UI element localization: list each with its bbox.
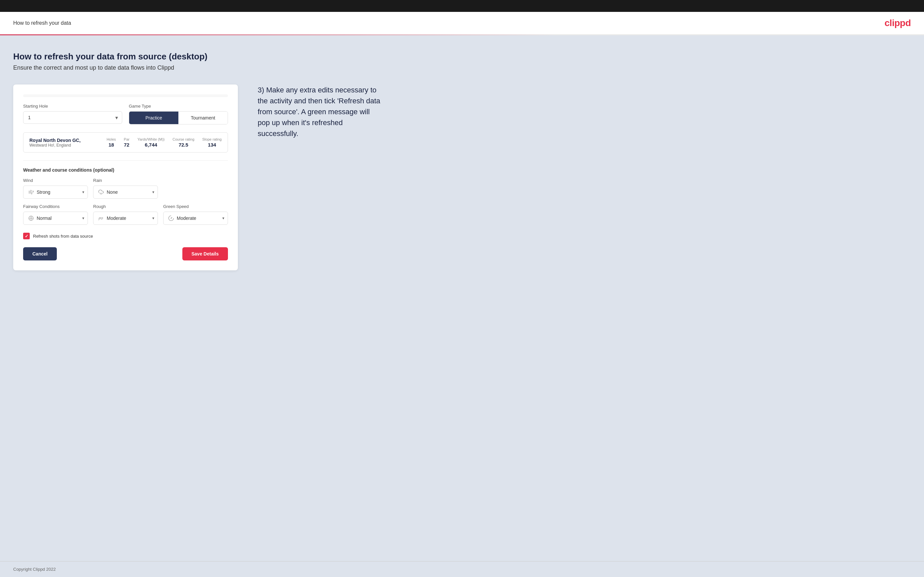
wind-col: Wind Strong ▾: [23, 178, 88, 199]
starting-hole-value: 1: [28, 115, 31, 120]
save-button[interactable]: Save Details: [183, 247, 228, 260]
rain-select[interactable]: None ▾: [93, 185, 158, 199]
game-type-toggle: Practice Tournament: [129, 111, 228, 124]
button-row: Cancel Save Details: [23, 247, 228, 260]
fairway-col: Fairway Conditions Normal ▾: [23, 204, 88, 225]
fairway-chevron-icon: ▾: [82, 216, 84, 221]
game-type-label: Game Type: [129, 104, 228, 109]
yards-value: 6,744: [137, 142, 165, 148]
conditions-section: Weather and course conditions (optional)…: [23, 168, 228, 225]
wind-icon: [28, 189, 34, 195]
starting-hole-col: Starting Hole 1 ▾: [23, 104, 122, 124]
course-rating-stat: Course rating 72.5: [173, 137, 194, 148]
course-location: Westward Ho!, England: [29, 143, 97, 148]
yards-stat: Yards/White (M)) 6,744: [137, 137, 165, 148]
main-content: How to refresh your data from source (de…: [0, 35, 924, 561]
course-rating-value: 72.5: [173, 142, 194, 148]
cancel-button[interactable]: Cancel: [23, 247, 57, 260]
rough-select[interactable]: Moderate ▾: [93, 211, 158, 225]
main-card: Starting Hole 1 ▾ Game Type Practice Tou…: [13, 84, 238, 270]
wind-select[interactable]: Strong ▾: [23, 185, 88, 199]
top-bar: [0, 0, 924, 12]
logo: clippd: [885, 18, 911, 28]
rough-col: Rough Moderate ▾: [93, 204, 158, 225]
top-hint: [23, 94, 228, 97]
wind-value: Strong: [37, 190, 50, 195]
side-text-content: 3) Make any extra edits necessary to the…: [258, 84, 383, 139]
rough-label: Rough: [93, 204, 158, 209]
page-subheading: Ensure the correct and most up to date d…: [13, 64, 911, 71]
wind-label: Wind: [23, 178, 88, 183]
green-speed-select[interactable]: Moderate ▾: [163, 211, 228, 225]
rain-value: None: [107, 190, 118, 195]
slope-rating-stat: Slope rating 134: [202, 137, 222, 148]
side-text-panel: 3) Make any extra edits necessary to the…: [258, 84, 383, 139]
conditions-title: Weather and course conditions (optional): [23, 168, 228, 172]
course-section: Royal North Devon GC, Westward Ho!, Engl…: [23, 132, 228, 153]
wind-rain-row: Wind Strong ▾ Rain: [23, 178, 228, 199]
green-speed-chevron-icon: ▾: [222, 216, 224, 221]
page-heading: How to refresh your data from source (de…: [13, 52, 911, 62]
header-title: How to refresh your data: [13, 20, 71, 26]
tournament-button[interactable]: Tournament: [178, 111, 228, 124]
par-stat: Par 72: [124, 137, 129, 148]
slope-rating-label: Slope rating: [202, 137, 222, 141]
practice-button[interactable]: Practice: [129, 111, 178, 124]
starting-hole-chevron-icon: ▾: [115, 114, 118, 121]
footer: Copyright Clippd 2022: [0, 561, 924, 577]
rough-icon: [98, 215, 104, 221]
green-speed-value: Moderate: [177, 216, 196, 221]
content-area: Starting Hole 1 ▾ Game Type Practice Tou…: [13, 84, 911, 270]
fairway-icon: [28, 215, 34, 221]
green-speed-icon: [168, 215, 174, 221]
slope-rating-value: 134: [202, 142, 222, 148]
green-speed-label: Green Speed: [163, 204, 228, 209]
holes-label: Holes: [107, 137, 116, 141]
rain-chevron-icon: ▾: [152, 190, 154, 194]
course-info: Royal North Devon GC, Westward Ho!, Engl…: [29, 138, 97, 148]
holes-stat: Holes 18: [107, 137, 116, 148]
empty-col: [163, 178, 228, 199]
starting-hole-select[interactable]: 1 ▾: [23, 111, 122, 124]
refresh-label: Refresh shots from data source: [33, 234, 93, 239]
rough-value: Moderate: [107, 216, 126, 221]
yards-label: Yards/White (M)): [137, 137, 165, 141]
top-row: Starting Hole 1 ▾ Game Type Practice Tou…: [23, 104, 228, 124]
game-type-col: Game Type Practice Tournament: [129, 104, 228, 124]
course-name: Royal North Devon GC,: [29, 138, 97, 143]
rain-icon: [98, 189, 104, 195]
fairway-label: Fairway Conditions: [23, 204, 88, 209]
fairway-select[interactable]: Normal ▾: [23, 211, 88, 225]
par-value: 72: [124, 142, 129, 148]
copyright-text: Copyright Clippd 2022: [13, 567, 56, 572]
divider: [23, 160, 228, 161]
starting-hole-label: Starting Hole: [23, 104, 122, 109]
rain-col: Rain None ▾: [93, 178, 158, 199]
course-stats: Holes 18 Par 72 Yards/White (M)) 6,744: [107, 137, 222, 148]
rain-label: Rain: [93, 178, 158, 183]
wind-chevron-icon: ▾: [82, 190, 84, 194]
green-speed-col: Green Speed Moderate ▾: [163, 204, 228, 225]
refresh-checkbox-row: Refresh shots from data source: [23, 233, 228, 239]
conditions-row-2: Fairway Conditions Normal ▾ Rough: [23, 204, 228, 225]
refresh-checkbox[interactable]: [23, 233, 30, 239]
fairway-value: Normal: [37, 216, 52, 221]
top-fields-section: Starting Hole 1 ▾ Game Type Practice Tou…: [23, 104, 228, 124]
svg-point-1: [171, 218, 171, 219]
rough-chevron-icon: ▾: [152, 216, 154, 221]
par-label: Par: [124, 137, 129, 141]
holes-value: 18: [107, 142, 116, 148]
course-rating-label: Course rating: [173, 137, 194, 141]
course-row: Royal North Devon GC, Westward Ho!, Engl…: [23, 132, 228, 153]
header: How to refresh your data clippd: [0, 12, 924, 35]
